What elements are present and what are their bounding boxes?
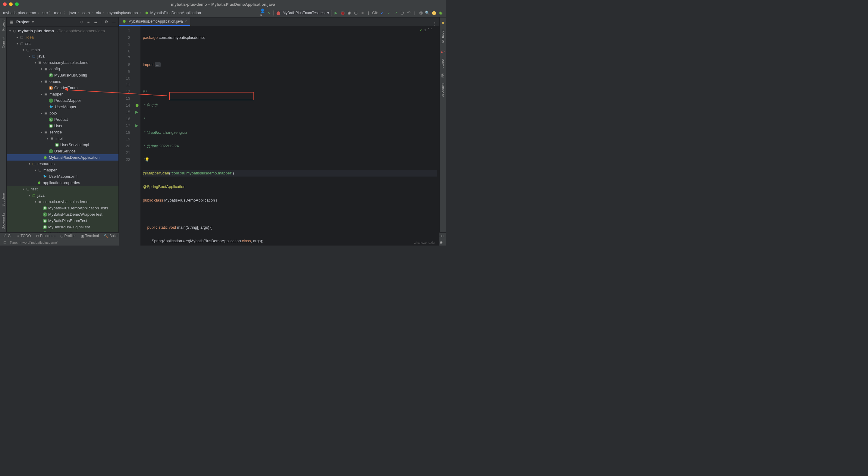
breadcrumb-item[interactable]: MybatisPlusDemoApplication bbox=[150, 10, 201, 15]
expand-all-icon[interactable]: ≡ bbox=[86, 20, 91, 24]
collapse-all-icon[interactable]: ≣ bbox=[93, 20, 98, 24]
structure-tool-button[interactable]: Structure bbox=[1, 193, 5, 207]
breadcrumb-item[interactable]: mybatis-plus-demo bbox=[3, 10, 36, 15]
history-icon[interactable]: ◷ bbox=[400, 10, 405, 15]
translate-icon[interactable]: ㊊ bbox=[418, 10, 423, 15]
build-tool-button[interactable]: 🔨Build bbox=[104, 234, 118, 238]
maven-icon[interactable]: m bbox=[441, 49, 445, 54]
coverage-icon[interactable]: ◉ bbox=[347, 10, 352, 15]
chevron-down-icon[interactable]: ▾ bbox=[32, 20, 34, 24]
user-icon[interactable]: 👤▾ bbox=[260, 10, 265, 15]
tree-item-test-class[interactable]: CMyBatisPlusDemoWrapperTest bbox=[7, 211, 119, 218]
search-icon[interactable]: 🔍 bbox=[425, 10, 430, 15]
plantuml-tool-button[interactable]: PlantUML bbox=[441, 30, 445, 44]
project-tree[interactable]: ▾▢ mybatis-plus-demo ~/Desktop/developme… bbox=[7, 27, 119, 232]
tree-node-impl[interactable]: ▾▣impl bbox=[7, 135, 119, 141]
tree-node-idea[interactable]: ▸▢.idea bbox=[7, 34, 119, 40]
gear-icon[interactable]: ⚙ bbox=[104, 20, 109, 24]
breadcrumb-item[interactable]: src bbox=[42, 10, 48, 15]
tree-item-test-class[interactable]: CMyBatisPlusPluginsTest bbox=[7, 224, 119, 230]
terminal-tool-button[interactable]: ▣Terminal bbox=[81, 234, 99, 238]
tree-node-test[interactable]: ▾▢test bbox=[7, 186, 119, 192]
breadcrumb-item[interactable]: java bbox=[69, 10, 76, 15]
tree-item-class[interactable]: CProduct bbox=[7, 116, 119, 123]
tree-item-class[interactable]: CUserServiceImpl bbox=[7, 141, 119, 148]
memory-indicator-icon[interactable]: ◉ bbox=[439, 240, 444, 245]
code-editor[interactable]: 123678910111213141516171819202122 ⬢ ▶ ▶ … bbox=[119, 26, 439, 246]
tree-node-mapper[interactable]: ▾▣mapper bbox=[7, 91, 119, 97]
breadcrumb-item[interactable]: main bbox=[54, 10, 62, 15]
push-icon[interactable]: ↗ bbox=[393, 10, 398, 15]
tree-item-application[interactable]: ⬢MybatisPlusDemoApplication bbox=[7, 154, 119, 161]
chevron-down-icon[interactable]: ˅ bbox=[430, 28, 432, 32]
minimize-icon[interactable] bbox=[9, 2, 13, 6]
tree-item-test-class[interactable]: CUserMapperTest bbox=[7, 230, 119, 232]
rollback-icon[interactable]: ↶ bbox=[407, 10, 411, 15]
bulb-icon[interactable]: 💡 bbox=[145, 157, 150, 162]
ide-settings-icon[interactable]: ⬤ bbox=[432, 10, 436, 15]
tree-item-interface[interactable]: IProductMapper bbox=[7, 97, 119, 104]
editor-tab[interactable]: ⬢ MybatisPlusDemoApplication.java × bbox=[119, 18, 190, 26]
inspection-badge[interactable]: ✓ 1 ˄ ˅ bbox=[420, 28, 432, 32]
breadcrumb-item[interactable]: mybatisplusdemo bbox=[107, 10, 138, 15]
debug-icon[interactable]: 🐞 bbox=[340, 10, 345, 15]
bookmarks-tool-button[interactable]: Bookmarks bbox=[1, 213, 5, 229]
run-config-selector[interactable]: ⬤ MyBatisPlusEnumTest.test ▾ bbox=[273, 10, 332, 16]
profile-icon[interactable]: ◷ bbox=[353, 10, 358, 15]
tree-node-service[interactable]: ▾▣service bbox=[7, 129, 119, 135]
tree-node-java[interactable]: ▾▢java bbox=[7, 53, 119, 59]
todo-tool-button[interactable]: ≡TODO bbox=[17, 234, 31, 238]
close-tab-icon[interactable]: × bbox=[185, 19, 187, 24]
plantuml-icon[interactable]: ◆ bbox=[441, 20, 445, 25]
tree-node-resources[interactable]: ▾▢resources bbox=[7, 161, 119, 167]
tree-node-test-pkg[interactable]: ▾▣com.xiu.mybatisplusdemo bbox=[7, 198, 119, 205]
tree-node-src[interactable]: ▾▢src bbox=[7, 40, 119, 47]
database-icon[interactable]: 🗄 bbox=[441, 73, 445, 78]
git-tool-button[interactable]: ⎇Git bbox=[2, 234, 12, 238]
problems-tool-button[interactable]: ⊘Problems bbox=[36, 234, 56, 238]
run-gutter-icon[interactable]: ▶ bbox=[133, 109, 141, 116]
hide-icon[interactable]: — bbox=[111, 20, 116, 24]
tree-item-xml[interactable]: 🐦UserMapper.xml bbox=[7, 173, 119, 180]
tree-node-pojo[interactable]: ▾▣pojo bbox=[7, 110, 119, 116]
commit-icon[interactable]: ✓ bbox=[387, 10, 392, 15]
update-icon[interactable]: ↙ bbox=[380, 10, 385, 15]
maven-tool-button[interactable]: Maven bbox=[441, 58, 445, 68]
avatar-icon[interactable]: ◉ bbox=[438, 10, 443, 15]
more-icon[interactable]: ⋮ bbox=[432, 21, 437, 26]
tree-item-test-class[interactable]: CMyBatisPlusEnumTest bbox=[7, 218, 119, 224]
spring-gutter-icon[interactable]: ⬢ bbox=[133, 102, 141, 109]
chevron-up-icon[interactable]: ˄ bbox=[427, 28, 429, 32]
tree-item-interface[interactable]: 🐦UserMapper bbox=[7, 104, 119, 110]
profiler-tool-button[interactable]: ◷Profiler bbox=[60, 234, 76, 238]
tree-node-package[interactable]: ▾▣com.xiu.mybatisplusdemo bbox=[7, 59, 119, 66]
close-icon[interactable] bbox=[3, 2, 7, 6]
stop-icon[interactable]: ■ bbox=[360, 10, 365, 15]
commit-tool-button[interactable]: Commit bbox=[1, 37, 5, 48]
tree-node-test-java[interactable]: ▾▢java bbox=[7, 192, 119, 198]
code-text[interactable]: package com.xiu.mybatisplusdemo; import … bbox=[141, 26, 439, 246]
tree-root[interactable]: ▾▢ mybatis-plus-demo ~/Desktop/developme… bbox=[7, 28, 119, 34]
tree-node-mapper-res[interactable]: ▾▢mapper bbox=[7, 167, 119, 173]
hammer-icon[interactable]: ↘ bbox=[267, 10, 272, 15]
maximize-icon[interactable] bbox=[15, 2, 19, 6]
tree-item-interface[interactable]: IUserService bbox=[7, 148, 119, 154]
run-icon[interactable]: ▶ bbox=[334, 10, 338, 15]
tool-window-icon[interactable]: ▢ bbox=[2, 240, 7, 245]
database-tool-button[interactable]: Database bbox=[441, 83, 445, 97]
tree-node-main[interactable]: ▾▢main bbox=[7, 47, 119, 53]
breadcrumb-item[interactable]: xiu bbox=[96, 10, 101, 15]
tree-node-enums[interactable]: ▾▣enums bbox=[7, 78, 119, 85]
breadcrumb-item[interactable]: com bbox=[82, 10, 90, 15]
tree-node-config[interactable]: ▾▣config bbox=[7, 66, 119, 72]
tree-item-enum[interactable]: EGenderEnum bbox=[7, 85, 119, 91]
tree-item-class[interactable]: CMyBatisPlusConfig bbox=[7, 72, 119, 78]
tree-item-test-class[interactable]: CMybatisPlusDemoApplicationTests bbox=[7, 205, 119, 211]
tree-item-properties[interactable]: ⬢application.properties bbox=[7, 180, 119, 186]
select-opened-icon[interactable]: ⊕ bbox=[79, 20, 84, 24]
project-tool-button[interactable]: Project bbox=[1, 21, 5, 31]
tree-item-class[interactable]: CUser bbox=[7, 123, 119, 129]
breadcrumb[interactable]: mybatis-plus-demo〉 src〉 main〉 java〉 com〉… bbox=[3, 10, 201, 16]
sidebar-title[interactable]: Project bbox=[16, 20, 30, 24]
run-gutter-icon[interactable]: ▶ bbox=[133, 122, 141, 129]
